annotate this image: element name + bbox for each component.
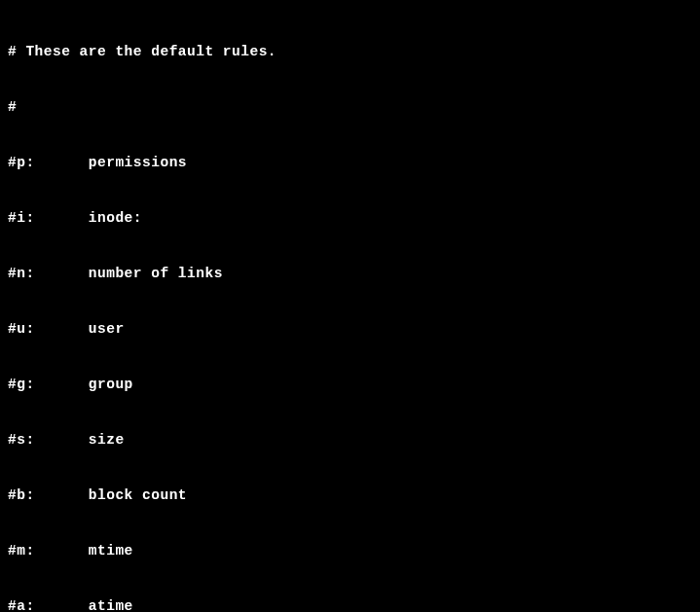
config-line: #u: user [8, 320, 692, 339]
config-line: # [8, 98, 692, 117]
terminal-viewport[interactable]: # These are the default rules. # #p: per… [0, 0, 700, 612]
config-line: # These are the default rules. [8, 43, 692, 61]
config-line: #n: number of links [8, 265, 692, 283]
config-line: #i: inode: [8, 209, 692, 228]
config-line: #a: atime [8, 597, 692, 612]
config-line: #m: mtime [8, 542, 692, 560]
config-line: #s: size [8, 431, 692, 450]
config-line: #p: permissions [8, 154, 692, 172]
config-line: #b: block count [8, 486, 692, 505]
config-line: #g: group [8, 376, 692, 394]
